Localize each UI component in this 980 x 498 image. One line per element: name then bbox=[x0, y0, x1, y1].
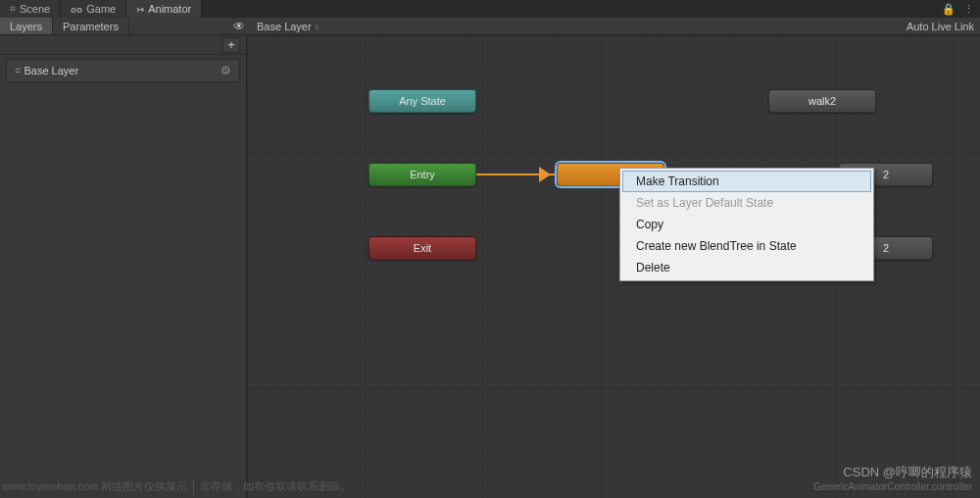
menu-delete[interactable]: Delete bbox=[622, 257, 871, 278]
add-layer-button[interactable]: + bbox=[222, 37, 240, 53]
kebab-icon[interactable]: ⋮ bbox=[963, 3, 974, 16]
layers-sidebar: + Base Layer ⚙ bbox=[0, 35, 247, 498]
game-icon: ᴏᴏ bbox=[71, 4, 82, 15]
window-tabs: ⌗Scene ᴏᴏGame ↣Animator 🔒 ⋮ bbox=[0, 0, 980, 18]
tab-animator[interactable]: ↣Animator bbox=[126, 0, 202, 18]
context-menu: Make Transition Set as Layer Default Sta… bbox=[619, 168, 874, 281]
layer-item[interactable]: Base Layer ⚙ bbox=[6, 59, 240, 82]
footer-credit: CSDN @哼唧的程序猿 GenericAnimatorController.c… bbox=[813, 464, 972, 492]
animator-toolbar: Layers Parameters 👁 Base Layer Auto Live… bbox=[0, 18, 980, 35]
menu-create-blendtree[interactable]: Create new BlendTree in State bbox=[622, 235, 871, 257]
tab-label: Animator bbox=[148, 3, 191, 15]
node-entry[interactable]: Entry bbox=[368, 163, 476, 186]
breadcrumb[interactable]: Base Layer bbox=[251, 21, 325, 32]
auto-live-link-toggle[interactable]: Auto Live Link bbox=[906, 18, 974, 35]
transition-arrow-icon bbox=[539, 167, 551, 182]
layer-name: Base Layer bbox=[15, 65, 78, 76]
controller-path: GenericAnimatorController.controller bbox=[813, 481, 972, 492]
menu-make-transition[interactable]: Make Transition bbox=[622, 171, 871, 192]
animator-icon: ↣ bbox=[136, 4, 144, 15]
tab-label: Scene bbox=[20, 3, 50, 15]
tab-label: Game bbox=[86, 3, 116, 15]
node-exit[interactable]: Exit bbox=[368, 236, 476, 260]
node-walk2[interactable]: walk2 bbox=[768, 89, 876, 113]
animator-graph[interactable]: Any State Entry Exit walk2 2 2 Make Tran… bbox=[247, 35, 980, 498]
eye-icon[interactable]: 👁 bbox=[233, 20, 245, 33]
node-any-state[interactable]: Any State bbox=[368, 89, 476, 113]
footer-watermark: www.toymoban.com 网络图片仅供展示 非存储，如有侵权请联系删除。 bbox=[2, 479, 351, 494]
tab-scene[interactable]: ⌗Scene bbox=[0, 0, 61, 18]
subtab-layers[interactable]: Layers bbox=[0, 18, 53, 34]
gear-icon[interactable]: ⚙ bbox=[220, 64, 231, 77]
tab-game[interactable]: ᴏᴏGame bbox=[61, 0, 126, 18]
menu-set-default: Set as Layer Default State bbox=[622, 192, 871, 214]
lock-icon[interactable]: 🔒 bbox=[942, 3, 956, 16]
scene-icon: ⌗ bbox=[10, 3, 16, 15]
subtab-parameters[interactable]: Parameters bbox=[53, 18, 129, 34]
menu-copy[interactable]: Copy bbox=[622, 214, 871, 235]
